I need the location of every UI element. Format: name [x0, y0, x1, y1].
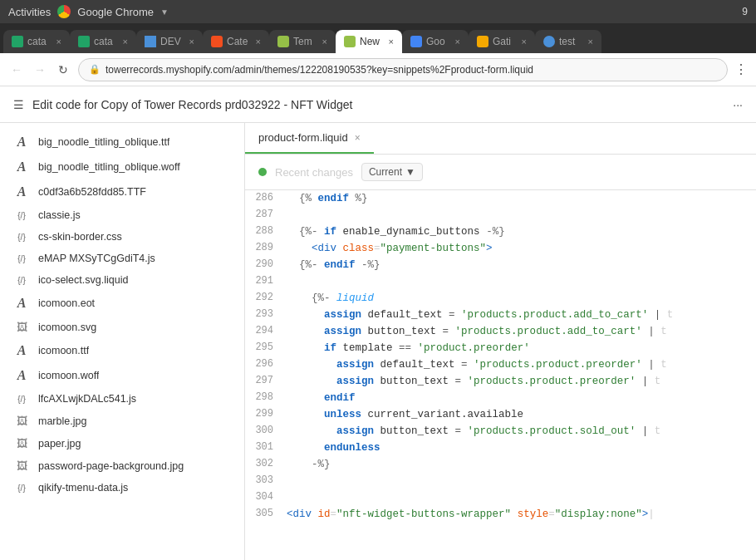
- code-line-289: 289 <div class="payment-buttons">: [245, 240, 756, 257]
- code-file-icon: {/}: [13, 233, 30, 242]
- sidebar-item-big-noodle-ttf[interactable]: A big_noodle_titling_oblique.ttf: [0, 130, 244, 155]
- sidebar-item-qikify[interactable]: {/} qikify-tmenu-data.js: [0, 477, 244, 499]
- tab-close-icon[interactable]: ×: [53, 37, 61, 47]
- font-file-icon: A: [13, 368, 30, 383]
- sidebar-toggle-button[interactable]: ☰: [13, 98, 24, 111]
- file-name-label: password-page-background.jpg: [38, 460, 184, 472]
- line-content: {%- endif -%}: [287, 257, 756, 273]
- line-number: 296: [245, 356, 287, 373]
- browser-tab-cata1[interactable]: cata ×: [3, 30, 70, 53]
- sidebar-item-lfcAXL[interactable]: {/} lfcAXLwjkDALc541.js: [0, 388, 244, 410]
- recent-changes-label: Recent changes: [275, 166, 353, 179]
- code-file-icon: {/}: [13, 395, 30, 404]
- browser-tab-tem[interactable]: Tem ×: [269, 30, 336, 53]
- line-content: {%- if enable_dynamic_buttons -%}: [287, 224, 756, 240]
- sidebar-item-big-noodle-woff[interactable]: A big_noodle_titling_oblique.woff: [0, 155, 244, 179]
- tab-favicon-icon: [543, 36, 555, 47]
- sidebar-item-icomoon-eot[interactable]: A icomoon.eot: [0, 291, 244, 316]
- editor-title: Edit code for Copy of Tower Records prd0…: [32, 98, 724, 111]
- tab-close-icon[interactable]: ×: [585, 37, 593, 47]
- code-file-icon: {/}: [13, 254, 30, 263]
- tab-label: Gati: [493, 36, 511, 47]
- tab-favicon-icon: [344, 36, 356, 47]
- tab-close-icon[interactable]: ×: [186, 37, 194, 47]
- line-number: 299: [245, 406, 287, 423]
- activities-label[interactable]: Activities: [8, 6, 51, 18]
- sidebar-item-password-bg[interactable]: 🖼 password-page-background.jpg: [0, 454, 244, 477]
- url-text: towerrecords.myshopify.com/admin/themes/…: [106, 64, 533, 76]
- code-line-296: 296 assign default_text = 'products.prod…: [245, 356, 756, 373]
- font-file-icon: A: [13, 296, 30, 311]
- sidebar-item-ico-select[interactable]: {/} ico-select.svg.liquid: [0, 269, 244, 291]
- current-version-button[interactable]: Current ▼: [361, 163, 423, 181]
- line-content: [287, 473, 756, 489]
- sidebar-item-classie[interactable]: {/} classie.js: [0, 204, 244, 226]
- line-number: 300: [245, 423, 287, 440]
- browser-tab-cata2[interactable]: cata ×: [70, 30, 136, 53]
- sidebar-item-cs-skin[interactable]: {/} cs-skin-border.css: [0, 226, 244, 248]
- address-bar: ← → ↻ 🔒 towerrecords.myshopify.com/admin…: [0, 53, 756, 86]
- line-content: unless current_variant.available: [287, 406, 756, 423]
- font-file-icon: A: [13, 160, 30, 174]
- editor-more-button[interactable]: ···: [733, 98, 743, 111]
- sidebar-item-marble[interactable]: 🖼 marble.jpg: [0, 410, 244, 432]
- browser-more-button[interactable]: ⋮: [734, 61, 748, 77]
- tab-close-icon[interactable]: ×: [385, 37, 394, 47]
- chrome-favicon-icon: [57, 5, 71, 18]
- sidebar-item-c0df[interactable]: A c0df3a6b528fdd85.TTF: [0, 179, 244, 204]
- font-file-icon: A: [13, 135, 30, 150]
- code-line-287: 287: [245, 207, 756, 224]
- tab-favicon-icon: [78, 36, 90, 47]
- tab-close-icon[interactable]: ×: [120, 37, 128, 47]
- line-number: 295: [245, 340, 287, 356]
- editor-tab-label: product-form.liquid: [258, 131, 348, 144]
- line-content: -%}: [287, 456, 756, 473]
- code-file-icon: {/}: [13, 484, 30, 493]
- sidebar-item-icomoon-svg[interactable]: 🖼 icomoon.svg: [0, 316, 244, 338]
- line-content: [287, 273, 756, 290]
- line-number: 289: [245, 240, 287, 257]
- image-file-icon: 🖼: [13, 459, 30, 472]
- browser-tab-gati[interactable]: Gati ×: [469, 30, 535, 53]
- browser-tab-dev[interactable]: DEV ×: [136, 30, 203, 53]
- code-editor-area[interactable]: 286 {% endif %} 287 288 {%- if enable_dy…: [245, 190, 756, 560]
- tab-label: Goo: [426, 36, 445, 47]
- sidebar-item-paper[interactable]: 🖼 paper.jpg: [0, 432, 244, 454]
- tab-close-icon[interactable]: ×: [452, 37, 460, 47]
- back-button[interactable]: ←: [8, 61, 25, 78]
- browser-tab-new[interactable]: New ×: [336, 30, 402, 53]
- refresh-button[interactable]: ↻: [55, 61, 71, 78]
- sidebar-item-icomoon-woff[interactable]: A icomoon.woff: [0, 363, 244, 388]
- line-content: assign button_text = 'products.product.a…: [287, 323, 756, 340]
- sidebar-item-icomoon-ttf[interactable]: A icomoon.ttf: [0, 338, 244, 363]
- tab-close-icon[interactable]: ×: [253, 37, 261, 47]
- editor-tab-close-button[interactable]: ×: [355, 132, 361, 144]
- forward-button[interactable]: →: [32, 61, 48, 78]
- browser-tab-goo[interactable]: Goo ×: [402, 30, 469, 53]
- tab-label: cata: [27, 36, 47, 47]
- browser-tab-test[interactable]: test ×: [535, 30, 601, 53]
- line-number: 305: [245, 506, 287, 523]
- line-number: 286: [245, 190, 287, 207]
- sidebar-item-emapMX[interactable]: {/} eMAP MXSyTCgGdiT4.js: [0, 248, 244, 269]
- editor-tab-product-form[interactable]: product-form.liquid ×: [245, 123, 374, 154]
- code-file-icon: {/}: [13, 211, 30, 220]
- tab-bar: cata × cata × DEV × Cate × Tem × New × G…: [0, 23, 756, 53]
- code-line-297: 297 assign button_text = 'products.produ…: [245, 373, 756, 390]
- code-line-301: 301 endunless: [245, 440, 756, 456]
- line-content: {% endif %}: [287, 190, 756, 207]
- time-label: 9: [742, 6, 748, 17]
- line-number: 290: [245, 257, 287, 273]
- tab-favicon-icon: [145, 36, 156, 47]
- url-bar[interactable]: 🔒 towerrecords.myshopify.com/admin/theme…: [78, 58, 728, 81]
- tab-favicon-icon: [211, 36, 223, 47]
- tab-favicon-icon: [477, 36, 488, 47]
- browser-tab-cate[interactable]: Cate ×: [203, 30, 269, 53]
- code-file-icon: {/}: [13, 276, 30, 285]
- tab-close-icon[interactable]: ×: [319, 37, 327, 47]
- tab-close-icon[interactable]: ×: [518, 37, 527, 47]
- image-file-icon: 🖼: [13, 415, 30, 427]
- line-number: 298: [245, 390, 287, 406]
- code-line-286: 286 {% endif %}: [245, 190, 756, 207]
- image-file-icon: 🖼: [13, 437, 30, 449]
